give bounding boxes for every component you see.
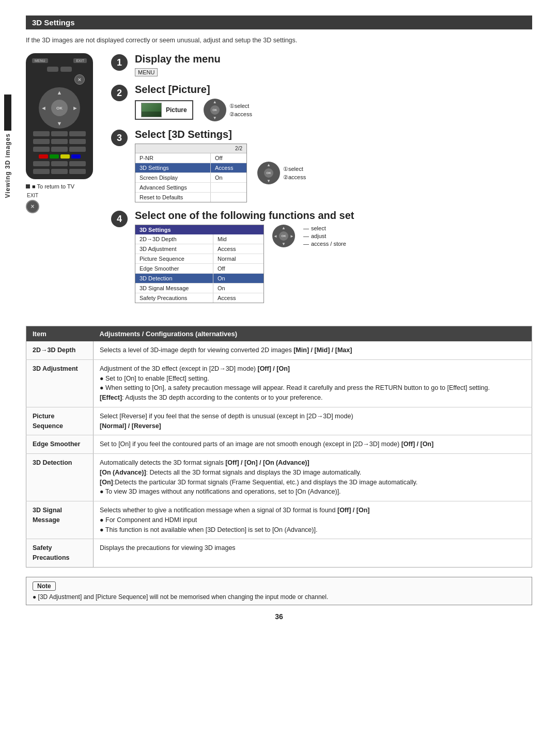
color-btns (39, 154, 81, 159)
threed-row-name-0: 2D→3D Depth (135, 234, 213, 244)
desc-3d-detection: Automatically detects the 3D format sign… (94, 454, 532, 501)
step4-dpad-wrap: ▲ ▼ ◄ ► OK (272, 225, 295, 247)
dpad-right-arrow: ► (72, 105, 78, 111)
bottom-btn-2[interactable] (51, 161, 68, 166)
section-header: 3D Settings (26, 15, 532, 29)
table-row: SafetyPrecautions Displays the precautio… (26, 539, 532, 568)
threed-row-5: 3D Signal Message On (135, 284, 264, 293)
col2-header: Adjustments / Configurations (alternativ… (94, 326, 532, 342)
menu-btn[interactable]: MENU (32, 58, 48, 63)
page-number: 36 (26, 612, 532, 621)
step3-title: Select [3D Settings] (135, 129, 532, 140)
remote-area: Viewing 3D images MENU EXIT (26, 53, 101, 310)
threed-row-6: Safety Precautions Access (135, 293, 264, 303)
threed-row-value-2: Normal (213, 254, 254, 263)
blue-btn[interactable] (71, 154, 81, 159)
step4-ok-area: ▲ ▼ ◄ ► OK — select (272, 225, 346, 247)
bottom-btn-6[interactable] (69, 169, 86, 174)
small-btn-9[interactable] (69, 147, 86, 152)
small-btn-2[interactable] (51, 131, 68, 136)
threed-row-3: Edge Smoother Off (135, 264, 264, 274)
threed-row-value-4: On (213, 274, 254, 283)
threed-row-name-1: 3D Adjustment (135, 244, 213, 254)
step2-number: 2 (111, 85, 128, 101)
step4-right-arrow: ► (290, 234, 294, 239)
bottom-btn-3[interactable] (69, 161, 86, 166)
threed-row-value-0: Mid (213, 234, 254, 244)
step-1: 1 Display the menu MENU (111, 53, 532, 76)
small-btn-8[interactable] (51, 147, 68, 152)
step2-up-arrow: ▲ (213, 100, 217, 104)
small-btn-4[interactable] (33, 139, 50, 144)
small-btn-3[interactable] (69, 131, 86, 136)
step-2: 2 Select [Picture] Picture ▲ (111, 84, 532, 121)
step1-content: Display the menu MENU (135, 53, 532, 76)
yellow-btn[interactable] (60, 154, 70, 159)
ok-btn[interactable]: OK (51, 100, 68, 116)
small-btn-6[interactable] (69, 139, 86, 144)
step4-number: 4 (111, 211, 128, 227)
threed-row-name-4: 3D Detection (135, 274, 213, 283)
settings-row-name-2: Screen Display (135, 173, 210, 182)
step2-ok-center: OK (210, 105, 220, 115)
threed-row-value-6: Access (213, 293, 254, 303)
remote-top-btn2[interactable] (60, 67, 72, 72)
remote-control: MENU EXIT × ▲ (26, 53, 93, 179)
step3-inner: 2/2 P-NR Off 3D Settings Access Screen D… (135, 144, 532, 202)
settings-row-2: Screen Display On (135, 173, 246, 183)
table-row: PictureSequence Select [Reverse] if you … (26, 407, 532, 435)
item-3d-detection: 3D Detection (26, 454, 94, 501)
bottom-btns-row1 (33, 161, 86, 166)
table-row: 2D→3D Depth Selects a level of 3D-image … (26, 341, 532, 359)
table-row: 3D SignalMessage Selects whether to give… (26, 501, 532, 539)
step-4: 4 Select one of the following functions … (111, 210, 532, 303)
step3-up-arrow: ▲ (267, 163, 271, 167)
settings-menu-header: 2/2 (135, 144, 246, 153)
item-safety-precautions: SafetyPrecautions (26, 539, 94, 568)
desc-safety-precautions: Displays the precautions for viewing 3D … (94, 539, 532, 568)
step4-content: Select one of the following functions an… (135, 210, 532, 303)
item-2d3d-depth: 2D→3D Depth (26, 341, 94, 359)
dpad-left-arrow: ◄ (41, 105, 47, 111)
settings-row-name-0: P-NR (135, 153, 210, 163)
small-btns-row1 (33, 131, 86, 136)
picture-thumb (141, 103, 162, 117)
small-btn-7[interactable] (33, 147, 50, 152)
small-btn-5[interactable] (51, 139, 68, 144)
settings-row-value-0: Off (210, 153, 246, 163)
dpad[interactable]: ▲ ▼ ◄ ► OK (39, 87, 80, 129)
step3-dpad: ▲ ▼ OK (257, 162, 280, 184)
step3-select-label: ①select (283, 166, 306, 172)
intro-text: If the 3D images are not displayed corre… (26, 37, 532, 44)
step2-content: Select [Picture] Picture ▲ ▼ (135, 84, 532, 121)
step2-title: Select [Picture] (135, 84, 532, 96)
red-btn[interactable] (39, 154, 48, 159)
to-return-label: ■ To return to TV (26, 183, 74, 190)
threed-row-name-2: Picture Sequence (135, 254, 213, 263)
step4-ok-center: OK (279, 231, 288, 241)
settings-row-value-1: Access (210, 163, 246, 172)
small-btn-1[interactable] (33, 131, 50, 136)
x-btn[interactable]: × (74, 74, 85, 85)
step3-content: Select [3D Settings] 2/2 P-NR Off 3D Set… (135, 129, 532, 202)
step2-select-labels: ①select ②access (229, 103, 252, 118)
step4-title: Select one of the following functions an… (135, 210, 532, 222)
table-row: Edge Smoother Set to [On] if you feel th… (26, 435, 532, 454)
step3-down-arrow: ▼ (267, 179, 271, 183)
picture-label: Picture (166, 106, 187, 114)
step2-inner: Picture ▲ ▼ OK (135, 99, 532, 121)
bottom-btn-4[interactable] (33, 169, 50, 174)
threed-row-name-5: 3D Signal Message (135, 284, 213, 293)
step4-access-store-label: — access / store (303, 241, 346, 247)
exit-circle-btn[interactable]: × (26, 200, 39, 213)
step2-select-label: ①select (229, 103, 252, 109)
exit-btn-top[interactable]: EXIT (73, 58, 87, 63)
exit-text-label: EXIT (27, 193, 38, 198)
return-to-tv-area: ■ To return to TV EXIT × (26, 183, 101, 213)
remote-top-btn1[interactable] (47, 67, 58, 72)
item-edge-smoother: Edge Smoother (26, 435, 94, 454)
green-btn[interactable] (50, 154, 59, 159)
note-text: ● [3D Adjustment] and [Picture Sequence]… (33, 593, 328, 601)
bottom-btn-5[interactable] (51, 169, 68, 174)
bottom-btn-1[interactable] (33, 161, 50, 166)
